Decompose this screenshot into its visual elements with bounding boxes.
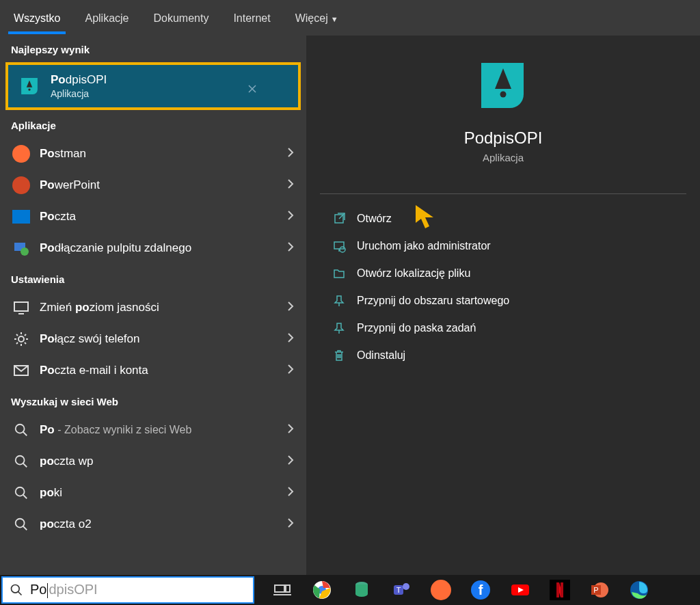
svg-point-10 bbox=[500, 92, 507, 98]
remove-best-match-button[interactable] bbox=[247, 84, 257, 96]
search-icon bbox=[12, 453, 30, 470]
section-best-match: Najlepszy wynik bbox=[0, 34, 306, 62]
web-result-poki[interactable]: poki bbox=[0, 477, 306, 509]
app-result-rdp[interactable]: Podłączanie pulpitu zdalnego bbox=[0, 232, 306, 264]
chevron-right-icon bbox=[287, 517, 294, 532]
open-icon bbox=[332, 212, 346, 226]
action-pin-taskbar[interactable]: Przypnij do paska zadań bbox=[327, 314, 679, 342]
web-result-poczta-o2[interactable]: poczta o2 bbox=[0, 509, 306, 540]
settings-result-brightness[interactable]: Zmień poziom jasności bbox=[0, 292, 306, 323]
edge-icon[interactable] bbox=[629, 580, 649, 600]
taskbar-search-text: PodpisOPI bbox=[30, 582, 98, 598]
action-open[interactable]: Otwórz bbox=[327, 205, 679, 232]
preview-title: PodpisOPI bbox=[464, 129, 543, 148]
gear-icon bbox=[12, 330, 30, 348]
mail-icon bbox=[12, 208, 30, 226]
results-column: Wszystko Aplikacje Dokumenty Internet Wi… bbox=[0, 0, 306, 575]
chevron-right-icon bbox=[287, 210, 294, 224]
svg-point-2 bbox=[21, 247, 29, 256]
folder-icon bbox=[332, 267, 346, 280]
action-label: Przypnij do obszaru startowego bbox=[357, 295, 509, 307]
facebook-icon[interactable]: f bbox=[470, 580, 491, 600]
web-result-po[interactable]: Po - Zobacz wyniki z sieci Web bbox=[0, 414, 306, 446]
action-open-file-location[interactable]: Otwórz lokalizację pliku bbox=[327, 260, 679, 287]
chevron-right-icon bbox=[287, 147, 294, 161]
search-icon bbox=[12, 484, 30, 502]
preview-header: PodpisOPI Aplikacja bbox=[306, 36, 700, 177]
chevron-right-icon bbox=[287, 332, 294, 347]
action-label: Przypnij do paska zadań bbox=[357, 322, 476, 334]
chevron-right-icon bbox=[287, 241, 294, 256]
taskbar-search-input[interactable]: PodpisOPI bbox=[1, 576, 254, 604]
cursor-pointer-icon bbox=[412, 202, 442, 232]
chrome-icon[interactable] bbox=[312, 580, 332, 600]
preview-header-strip bbox=[306, 0, 700, 36]
web-result-poczta-wp[interactable]: poczta wp bbox=[0, 446, 306, 477]
svg-rect-12 bbox=[334, 242, 344, 249]
preview-actions: Otwórz Uruchom jako administrator Otwórz… bbox=[306, 201, 700, 373]
preview-pane: PodpisOPI Aplikacja Otwórz Uruchom jako … bbox=[306, 0, 700, 575]
svg-text:T: T bbox=[396, 586, 401, 594]
chevron-right-icon bbox=[287, 455, 294, 469]
action-uninstall[interactable]: Odinstaluj bbox=[327, 342, 679, 369]
app-result-postman[interactable]: Postman bbox=[0, 138, 306, 170]
svg-point-21 bbox=[403, 583, 409, 590]
tab-internet[interactable]: Internet bbox=[230, 8, 273, 29]
chevron-right-icon bbox=[287, 301, 294, 315]
youtube-icon[interactable] bbox=[510, 580, 530, 600]
svg-point-6 bbox=[16, 425, 25, 433]
best-match-item[interactable]: PodpisOPI Aplikacja bbox=[5, 62, 301, 110]
powerpoint-taskbar-icon[interactable]: P bbox=[589, 580, 610, 600]
divider bbox=[320, 193, 686, 194]
svg-rect-15 bbox=[275, 585, 284, 592]
settings-result-phone[interactable]: Połącz swój telefon bbox=[0, 323, 306, 355]
chevron-down-icon: ▼ bbox=[331, 15, 338, 23]
search-icon bbox=[10, 583, 23, 597]
tab-more[interactable]: Więcej▼ bbox=[293, 8, 341, 29]
action-label: Otwórz lokalizację pliku bbox=[357, 267, 470, 280]
svg-rect-27 bbox=[556, 582, 559, 597]
svg-point-14 bbox=[12, 585, 20, 593]
chevron-right-icon bbox=[287, 178, 294, 193]
app-result-mail[interactable]: Poczta bbox=[0, 201, 306, 232]
action-run-as-admin[interactable]: Uruchom jako administrator bbox=[327, 232, 679, 260]
svg-point-9 bbox=[16, 519, 25, 528]
action-pin-start[interactable]: Przypnij do obszaru startowego bbox=[327, 287, 679, 314]
svg-point-13 bbox=[340, 247, 345, 252]
search-panel: Wszystko Aplikacje Dokumenty Internet Wi… bbox=[0, 0, 700, 575]
taskbar-pinned-apps: T f P bbox=[256, 580, 649, 600]
powerpoint-icon bbox=[12, 176, 30, 194]
svg-rect-28 bbox=[561, 582, 563, 597]
teams-icon[interactable]: T bbox=[391, 580, 412, 600]
section-apps: Aplikacje bbox=[0, 110, 306, 138]
podpisopi-icon bbox=[18, 75, 41, 98]
section-settings: Ustawienia bbox=[0, 264, 306, 292]
admin-icon bbox=[332, 239, 346, 253]
pin-task-icon bbox=[332, 321, 346, 335]
settings-result-email-accounts[interactable]: Poczta e-mail i konta bbox=[0, 355, 306, 386]
tab-documents[interactable]: Dokumenty bbox=[150, 8, 211, 29]
svg-point-8 bbox=[16, 487, 25, 496]
database-icon[interactable] bbox=[351, 580, 372, 600]
svg-point-0 bbox=[28, 88, 30, 90]
search-icon bbox=[12, 421, 30, 439]
chevron-right-icon bbox=[287, 486, 294, 500]
search-icon bbox=[12, 515, 30, 533]
pin-start-icon bbox=[332, 294, 346, 308]
svg-point-7 bbox=[16, 456, 25, 465]
chevron-right-icon bbox=[287, 423, 294, 438]
chevron-right-icon bbox=[287, 364, 294, 378]
taskbar: PodpisOPI T f P bbox=[0, 575, 700, 605]
rdp-icon bbox=[12, 239, 30, 257]
postman-taskbar-icon[interactable] bbox=[431, 580, 451, 600]
app-result-powerpoint[interactable]: PowerPoint bbox=[0, 170, 306, 201]
tab-all[interactable]: Wszystko bbox=[11, 8, 63, 29]
monitor-icon bbox=[12, 299, 30, 317]
tab-apps[interactable]: Aplikacje bbox=[82, 8, 131, 29]
envelope-icon bbox=[12, 362, 30, 379]
svg-text:f: f bbox=[479, 582, 483, 597]
postman-icon bbox=[12, 145, 30, 163]
netflix-icon[interactable] bbox=[550, 580, 570, 600]
best-match-text: PodpisOPI Aplikacja bbox=[51, 73, 107, 99]
taskview-icon[interactable] bbox=[272, 580, 293, 600]
